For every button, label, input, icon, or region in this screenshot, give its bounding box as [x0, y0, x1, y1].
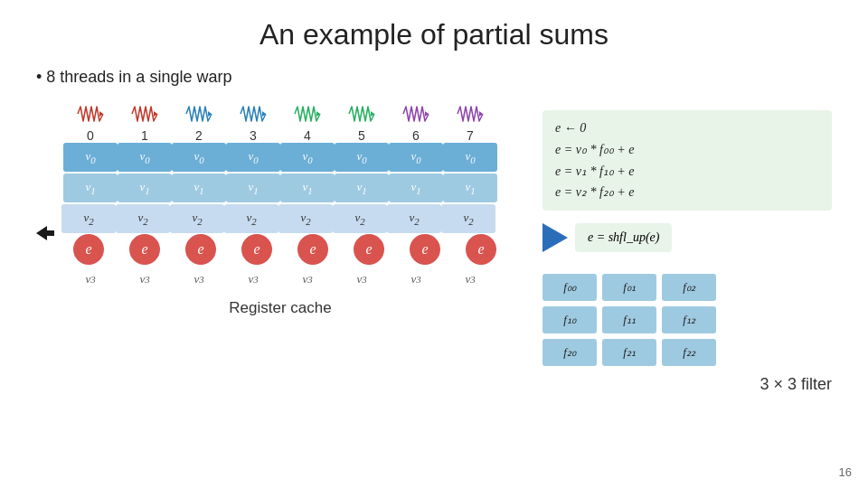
v1-cell-7: v1	[443, 174, 497, 202]
right-section: e ← 0e = v₀ * f₀₀ + ee = v₁ * f₁₀ + ee =…	[542, 101, 832, 394]
filter-row-1: f₁₀f₁₁f₁₂	[542, 306, 832, 333]
thread-num-0: 0	[87, 128, 94, 143]
filter-cell-0-2: f₀₂	[662, 274, 716, 301]
spring-icon-7	[452, 101, 488, 127]
v0-cell-4: v0	[280, 143, 335, 172]
v1-cell-4: v1	[280, 174, 335, 202]
bullet-text: • 8 threads in a single warp	[36, 68, 832, 87]
v1-cell-0: v1	[63, 174, 118, 202]
thread-num-6: 6	[412, 128, 420, 143]
v2-cell-3: v2	[224, 204, 278, 233]
equation-line: e = v₁ * f₁₀ + e	[555, 161, 819, 183]
v1-cell-2: v1	[172, 174, 226, 202]
right-big-arrow: e = shfl_up(e)	[542, 223, 832, 252]
spring-icon-4	[289, 101, 326, 127]
spring-icon-0	[72, 101, 108, 127]
thread-num-2: 2	[195, 128, 203, 143]
v2-cell-5: v2	[333, 204, 387, 233]
filter-label: 3 × 3 filter	[542, 375, 832, 394]
thread-num-3: 3	[250, 128, 257, 143]
v1-row: v1v1v1v1v1v1v1v1	[63, 174, 524, 202]
slide-title: An example of partial sums	[36, 18, 832, 52]
spring-icon-3	[235, 101, 271, 127]
v2-subrow: v2v2v2v2v2v2v2v2	[61, 204, 508, 233]
filter-cell-1-0: f₁₀	[542, 306, 597, 333]
spring-icon-6	[398, 101, 434, 127]
left-arrow	[36, 226, 54, 244]
v2-cell-7: v2	[441, 204, 495, 233]
e-subrow: eeeeeeee	[61, 234, 508, 265]
shfl-equation: e = shfl_up(e)	[575, 223, 672, 252]
e-circle-5: e	[354, 234, 384, 265]
filter-row-2: f₂₀f₂₁f₂₂	[542, 339, 832, 366]
thread-col-6: 6	[389, 101, 443, 143]
e-circle-0: e	[73, 234, 104, 265]
v3-cell-3: v3	[226, 267, 280, 292]
filter-cell-1-1: f₁₁	[602, 306, 656, 333]
e-circle-1: e	[129, 234, 160, 265]
v2-e-cols: v2v2v2v2v2v2v2v2eeeeeeee	[61, 204, 508, 265]
arrow-shape	[542, 223, 568, 252]
equation-line: e ← 0	[555, 117, 819, 139]
v3-cell-7: v3	[443, 267, 497, 292]
thread-num-4: 4	[304, 128, 311, 143]
thread-num-1: 1	[141, 128, 148, 143]
thread-header-row: 0 1 2 3 4 5	[63, 101, 524, 143]
equation-line: e = v₀ * f₀₀ + e	[555, 139, 819, 161]
filter-row-0: f₀₀f₀₁f₀₂	[542, 274, 832, 301]
filter-cell-0-0: f₀₀	[542, 274, 597, 301]
filter-cell-2-1: f₂₁	[602, 339, 656, 366]
v0-cell-3: v0	[226, 143, 280, 172]
svg-marker-8	[36, 226, 54, 240]
v0-cell-0: v0	[63, 143, 118, 172]
v1-cell-1: v1	[118, 174, 172, 202]
v2-e-row: v2v2v2v2v2v2v2v2eeeeeeee	[36, 204, 524, 265]
v2-cell-1: v2	[116, 204, 170, 233]
thread-num-5: 5	[358, 128, 365, 143]
filter-cell-0-1: f₀₁	[602, 274, 656, 301]
spring-icon-5	[344, 101, 380, 127]
e-circle-2: e	[185, 234, 216, 265]
thread-col-0: 0	[63, 101, 118, 143]
v0-cell-6: v0	[389, 143, 443, 172]
register-rows: v0v0v0v0v0v0v0v0 v1v1v1v1v1v1v1v1 v2v2v2…	[36, 143, 524, 292]
spring-icon-2	[181, 101, 217, 127]
page-number: 16	[839, 465, 852, 479]
thread-col-2: 2	[172, 101, 226, 143]
v1-cell-3: v1	[226, 174, 280, 202]
v3-cell-5: v3	[335, 267, 389, 292]
v3-row: v3v3v3v3v3v3v3v3	[63, 267, 524, 292]
left-section: 0 1 2 3 4 5	[36, 101, 524, 394]
register-cache-label: Register cache	[36, 299, 524, 317]
e-circle-7: e	[466, 234, 496, 265]
v0-cell-1: v0	[118, 143, 172, 172]
thread-col-5: 5	[335, 101, 389, 143]
v3-cell-1: v3	[118, 267, 172, 292]
v2-cell-0: v2	[61, 204, 116, 233]
v0-cell-5: v0	[335, 143, 389, 172]
v0-row: v0v0v0v0v0v0v0v0	[63, 143, 524, 172]
e-circle-4: e	[297, 234, 328, 265]
filter-grid: f₀₀f₀₁f₀₂f₁₀f₁₁f₁₂f₂₀f₂₁f₂₂	[542, 274, 832, 366]
filter-cell-1-2: f₁₂	[662, 306, 716, 333]
thread-col-4: 4	[280, 101, 335, 143]
v1-cell-5: v1	[335, 174, 389, 202]
v0-cell-2: v0	[172, 143, 226, 172]
v3-cell-2: v3	[172, 267, 226, 292]
v2-cell-2: v2	[170, 204, 224, 233]
v3-cell-4: v3	[280, 267, 335, 292]
e-circle-3: e	[241, 234, 272, 265]
thread-col-1: 1	[118, 101, 172, 143]
v2-cell-6: v2	[387, 204, 441, 233]
equations-block: e ← 0e = v₀ * f₀₀ + ee = v₁ * f₁₀ + ee =…	[542, 110, 832, 211]
equation-line: e = v₂ * f₂₀ + e	[555, 182, 819, 203]
filter-cell-2-0: f₂₀	[542, 339, 597, 366]
v0-cell-7: v0	[443, 143, 497, 172]
thread-col-7: 7	[443, 101, 497, 143]
v3-cell-6: v3	[389, 267, 443, 292]
thread-num-7: 7	[467, 128, 474, 143]
v3-cell-0: v3	[63, 267, 118, 292]
v1-cell-6: v1	[389, 174, 443, 202]
filter-cell-2-2: f₂₂	[662, 339, 716, 366]
e-circle-6: e	[410, 234, 440, 265]
